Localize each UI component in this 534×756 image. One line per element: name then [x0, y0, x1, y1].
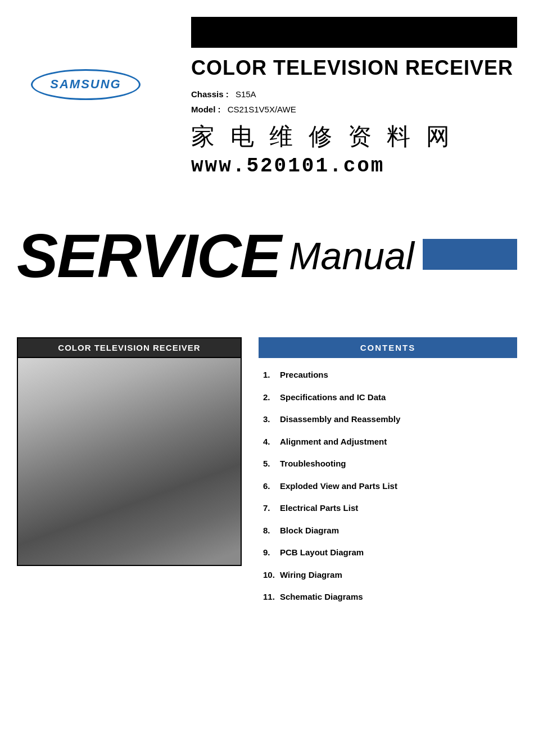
item-text: Block Diagram: [280, 525, 513, 536]
main-title: COLOR TELEVISION RECEIVER: [191, 56, 517, 80]
contents-list: 1.Precautions2.Specifications and IC Dat…: [259, 358, 517, 614]
header-title-area: COLOR TELEVISION RECEIVER Chassis : S15A…: [191, 56, 517, 117]
item-number: 1.: [263, 369, 280, 381]
list-item: 2.Specifications and IC Data: [259, 386, 517, 409]
model-label: Model :: [191, 105, 221, 114]
list-item: 6.Exploded View and Parts List: [259, 475, 517, 497]
item-text: Wiring Diagram: [280, 569, 513, 581]
list-item: 3.Disassembly and Reassembly: [259, 408, 517, 431]
chassis-label: Chassis :: [191, 89, 229, 99]
left-column: COLOR TELEVISION RECEIVER: [17, 337, 242, 614]
chassis-value: S15A: [236, 89, 256, 99]
blue-bar-right: [423, 239, 517, 270]
item-number: 7.: [263, 503, 280, 514]
list-item: 11.Schematic Diagrams: [259, 586, 517, 608]
item-number: 8.: [263, 525, 280, 536]
website-text: www.520101.com: [191, 155, 384, 178]
manual-text: Manual: [289, 237, 414, 275]
chassis-model-info: Chassis : S15A Model : CS21S1V5X/AWE: [191, 87, 517, 117]
item-text: Precautions: [280, 369, 513, 381]
item-text: Disassembly and Reassembly: [280, 414, 513, 425]
list-item: 7.Electrical Parts List: [259, 497, 517, 519]
right-column: CONTENTS 1.Precautions2.Specifications a…: [259, 337, 517, 614]
list-item: 5.Troubleshooting: [259, 452, 517, 475]
item-number: 2.: [263, 392, 280, 403]
item-text: PCB Layout Diagram: [280, 547, 513, 558]
item-text: Alignment and Adjustment: [280, 436, 513, 447]
item-text: Schematic Diagrams: [280, 591, 513, 603]
samsung-logo-text: SAMSUNG: [50, 77, 121, 92]
model-row: Model : CS21S1V5X/AWE: [191, 102, 517, 117]
item-text: Electrical Parts List: [280, 503, 513, 514]
chinese-characters: 家 电 维 修 资 料 网: [191, 121, 517, 152]
item-text: Specifications and IC Data: [280, 392, 513, 403]
item-text: Exploded View and Parts List: [280, 481, 513, 492]
tv-image-inner: [18, 358, 241, 565]
chassis-row: Chassis : S15A: [191, 87, 517, 102]
tv-image-box: [17, 358, 242, 566]
contents-header: CONTENTS: [259, 337, 517, 358]
samsung-logo-oval: SAMSUNG: [31, 69, 141, 100]
item-number: 4.: [263, 436, 280, 447]
chinese-text-area: 家 电 维 修 资 料 网 www.520101.com: [191, 121, 517, 178]
item-number: 9.: [263, 547, 280, 558]
model-value: CS21S1V5X/AWE: [228, 105, 296, 114]
samsung-logo-area: SAMSUNG: [31, 67, 143, 101]
item-number: 6.: [263, 481, 280, 492]
list-item: 9.PCB Layout Diagram: [259, 541, 517, 564]
color-tv-receiver-header: COLOR TELEVISION RECEIVER: [17, 337, 242, 358]
item-text: Troubleshooting: [280, 458, 513, 469]
list-item: 4.Alignment and Adjustment: [259, 431, 517, 453]
item-number: 11.: [263, 591, 280, 603]
list-item: 1.Precautions: [259, 364, 517, 386]
service-manual-area: SERVICE Manual: [17, 225, 517, 287]
list-item: 10.Wiring Diagram: [259, 564, 517, 586]
item-number: 5.: [263, 458, 280, 469]
service-text: SERVICE: [17, 225, 280, 287]
top-black-bar: [191, 17, 517, 48]
item-number: 3.: [263, 414, 280, 425]
item-number: 10.: [263, 569, 280, 581]
list-item: 8.Block Diagram: [259, 519, 517, 542]
bottom-section: COLOR TELEVISION RECEIVER CONTENTS 1.Pre…: [17, 337, 517, 614]
samsung-logo: SAMSUNG: [31, 69, 141, 100]
